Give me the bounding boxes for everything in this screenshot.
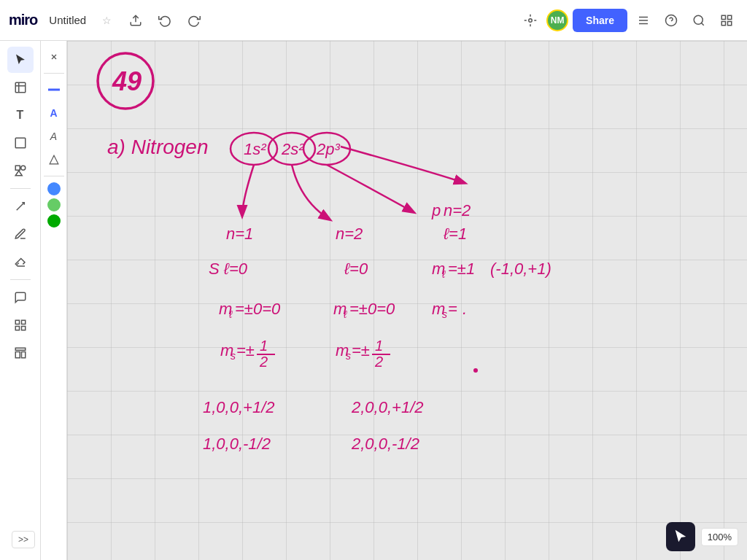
svg-text:a) Nitrogen: a) Nitrogen xyxy=(107,136,209,158)
svg-rect-10 xyxy=(728,15,732,19)
favorite-button[interactable]: ☆ xyxy=(95,9,118,32)
svg-rect-13 xyxy=(15,82,26,93)
svg-point-1 xyxy=(529,18,533,22)
bottom-right-controls: 100% xyxy=(666,522,738,551)
miro-logo: miro xyxy=(9,12,37,28)
help-button[interactable] xyxy=(659,9,683,32)
svg-text:1: 1 xyxy=(375,338,383,354)
svg-text:s: s xyxy=(231,350,236,362)
connector-tool[interactable] xyxy=(7,193,34,219)
canvas-drawing: 49 a) Nitrogen 1s² 2s² 2p³ n=1 S ℓ=0 m ℓ… xyxy=(67,41,747,560)
svg-text:=: = xyxy=(448,300,457,318)
canvas[interactable]: 49 a) Nitrogen 1s² 2s² 2p³ n=1 S ℓ=0 m ℓ… xyxy=(67,41,747,560)
svg-rect-21 xyxy=(15,320,19,324)
eraser-tool[interactable] xyxy=(7,249,34,275)
svg-text:ℓ=0: ℓ=0 xyxy=(344,260,368,278)
svg-text:1,0,0,-1/2: 1,0,0,-1/2 xyxy=(203,435,271,453)
svg-point-18 xyxy=(20,166,25,170)
sub-font-button[interactable]: A xyxy=(44,126,64,147)
template-tool[interactable] xyxy=(7,340,34,366)
color-dot-green[interactable] xyxy=(47,214,61,228)
sticky-note-tool[interactable] xyxy=(7,130,34,156)
svg-text:=±0=0: =±0=0 xyxy=(349,300,395,318)
svg-text:2,0,0,+1/2: 2,0,0,+1/2 xyxy=(351,398,423,416)
sub-close-button[interactable] xyxy=(44,47,64,67)
frame-tool[interactable] xyxy=(7,74,34,101)
sub-shapes-button[interactable] xyxy=(44,149,64,170)
color-dot-lightgreen[interactable] xyxy=(47,198,61,211)
sub-toolbar: A A xyxy=(41,41,67,560)
svg-text:=±: =± xyxy=(236,341,255,359)
expand-panel-button[interactable]: >> xyxy=(12,531,35,548)
svg-rect-9 xyxy=(721,15,725,19)
svg-rect-11 xyxy=(721,21,725,25)
pen-tool[interactable] xyxy=(7,221,34,247)
shapes-tool[interactable] xyxy=(7,158,34,184)
grid-tool[interactable] xyxy=(7,312,34,338)
svg-point-7 xyxy=(694,15,703,24)
comment-tool[interactable] xyxy=(7,284,34,311)
user-avatar: NM xyxy=(546,9,568,31)
svg-rect-23 xyxy=(15,327,19,330)
board-tools-button[interactable] xyxy=(632,9,655,32)
svg-text:ℓ: ℓ xyxy=(441,268,446,280)
svg-text:ℓ=1: ℓ=1 xyxy=(443,225,467,243)
svg-text:=±0=0: =±0=0 xyxy=(235,300,281,318)
svg-text:2: 2 xyxy=(259,354,268,370)
svg-text:.: . xyxy=(462,300,467,318)
svg-text:ℓ: ℓ xyxy=(228,308,233,320)
svg-rect-25 xyxy=(15,348,26,350)
svg-text:=±: =± xyxy=(352,341,370,359)
undo-button[interactable] xyxy=(153,9,177,32)
svg-text:1,0,0,+1/2: 1,0,0,+1/2 xyxy=(203,398,274,416)
svg-text:2s²: 2s² xyxy=(281,140,304,158)
svg-text:(-1,0,+1): (-1,0,+1) xyxy=(490,260,551,278)
svg-text:2p³: 2p³ xyxy=(316,140,340,158)
svg-text:2: 2 xyxy=(374,354,383,370)
cursor-follow-button[interactable] xyxy=(519,9,542,32)
svg-text:=±1: =±1 xyxy=(448,260,475,278)
topbar-right: NM Share xyxy=(519,9,738,32)
redo-button[interactable] xyxy=(182,9,206,32)
svg-text:1: 1 xyxy=(260,338,268,354)
sub-line-button[interactable] xyxy=(44,79,64,100)
svg-rect-17 xyxy=(15,166,20,170)
svg-text:n=2: n=2 xyxy=(336,225,363,243)
svg-text:n=1: n=1 xyxy=(226,225,253,243)
search-button[interactable] xyxy=(687,9,711,32)
svg-rect-22 xyxy=(21,320,25,324)
cursor-mode-icon[interactable] xyxy=(666,522,695,551)
zoom-level-display[interactable]: 100% xyxy=(701,528,738,546)
svg-marker-31 xyxy=(50,155,58,164)
svg-line-8 xyxy=(701,23,703,25)
cursor-tool[interactable] xyxy=(7,47,34,73)
toolbar-divider-1 xyxy=(10,188,31,189)
text-tool[interactable]: T xyxy=(7,102,34,128)
share-button[interactable]: Share xyxy=(573,9,627,32)
document-title[interactable]: Untitled xyxy=(49,14,86,26)
svg-text:2,0,0,-1/2: 2,0,0,-1/2 xyxy=(351,435,419,453)
svg-point-78 xyxy=(473,368,478,373)
svg-text:n=2: n=2 xyxy=(444,201,471,219)
svg-text:S  ℓ=0: S ℓ=0 xyxy=(209,260,248,278)
upload-button[interactable] xyxy=(124,9,147,32)
color-dot-blue[interactable] xyxy=(47,182,61,195)
topbar: miro Untitled ☆ NM Share xyxy=(0,0,747,41)
svg-text:1s²: 1s² xyxy=(244,140,266,158)
svg-text:s: s xyxy=(442,308,447,320)
svg-rect-12 xyxy=(728,21,732,25)
svg-text:p: p xyxy=(431,201,441,219)
svg-rect-26 xyxy=(15,352,20,358)
svg-text:ℓ: ℓ xyxy=(343,308,347,320)
left-toolbar: T ••• xyxy=(0,41,41,560)
svg-rect-27 xyxy=(21,352,25,358)
sub-divider-1 xyxy=(44,73,64,74)
svg-rect-16 xyxy=(15,138,26,148)
svg-line-20 xyxy=(16,203,24,211)
svg-rect-24 xyxy=(21,327,25,330)
sub-text-button[interactable]: A xyxy=(44,103,64,123)
svg-marker-19 xyxy=(15,171,22,176)
svg-text:s: s xyxy=(346,350,351,362)
apps-button[interactable] xyxy=(715,9,738,32)
toolbar-divider-2 xyxy=(10,279,31,280)
